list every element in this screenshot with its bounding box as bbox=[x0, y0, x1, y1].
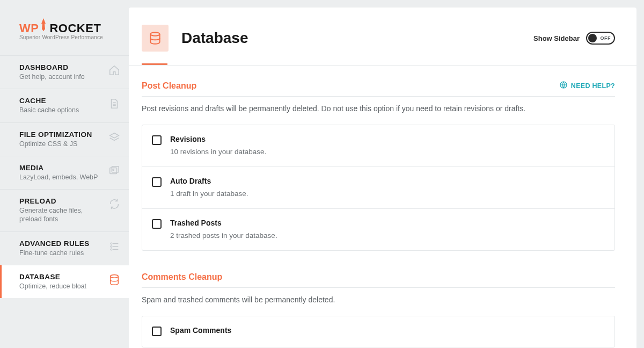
section-divider bbox=[142, 287, 615, 288]
option-sub: 1 draft in your database. bbox=[170, 190, 605, 198]
svg-point-6 bbox=[111, 275, 119, 278]
show-sidebar-label: Show Sidebar bbox=[533, 34, 580, 42]
nav: DASHBOARD Get help, account info CACHE B… bbox=[0, 55, 129, 298]
sidebar-item-title: DATABASE bbox=[19, 273, 104, 281]
svg-point-4 bbox=[111, 245, 112, 247]
sidebar-item-media[interactable]: MEDIA LazyLoad, embeds, WebP bbox=[0, 156, 129, 189]
refresh-icon bbox=[108, 198, 120, 210]
sidebar-item-sub: Fine-tune cache rules bbox=[19, 249, 104, 257]
sidebar-item-title: CACHE bbox=[19, 97, 104, 105]
section-title: Post Cleanup bbox=[142, 81, 196, 91]
sidebar-item-title: PRELOAD bbox=[19, 197, 104, 205]
svg-point-2 bbox=[113, 169, 114, 171]
need-help-link[interactable]: NEED HELP? bbox=[559, 81, 615, 91]
page-header: Database Show Sidebar OFF bbox=[129, 8, 636, 63]
spam-comments-checkbox[interactable] bbox=[152, 327, 162, 336]
toggle-knob bbox=[588, 34, 597, 42]
show-sidebar-toggle[interactable]: OFF bbox=[586, 32, 615, 45]
sidebar-item-sub: LazyLoad, embeds, WebP bbox=[19, 173, 104, 182]
sidebar-item-title: FILE OPTIMIZATION bbox=[19, 130, 104, 139]
section-comments-cleanup: Comments Cleanup Spam and trashed commen… bbox=[142, 272, 615, 347]
sidebar-item-sub: Optimize, reduce bloat bbox=[19, 282, 104, 291]
section-desc: Spam and trashed comments will be perman… bbox=[142, 295, 615, 304]
svg-point-5 bbox=[111, 249, 112, 250]
option-trashed-posts: Trashed Posts 2 trashed posts in your da… bbox=[142, 208, 614, 250]
auto-drafts-checkbox[interactable] bbox=[152, 177, 162, 187]
svg-point-3 bbox=[111, 243, 112, 244]
sidebar: WP ROCKET Superior WordPress Performance… bbox=[0, 0, 129, 348]
sidebar-item-title: ADVANCED RULES bbox=[19, 240, 104, 248]
option-title: Spam Comments bbox=[170, 326, 605, 335]
file-icon bbox=[108, 98, 120, 110]
option-auto-drafts: Auto Drafts 1 draft in your database. bbox=[142, 166, 614, 208]
option-revisions: Revisions 10 revisions in your database. bbox=[142, 125, 614, 166]
images-icon bbox=[108, 165, 120, 177]
option-title: Revisions bbox=[170, 135, 605, 143]
database-icon bbox=[108, 274, 120, 286]
option-title: Trashed Posts bbox=[170, 219, 605, 227]
sidebar-item-sub: Basic cache options bbox=[19, 106, 104, 114]
layers-icon bbox=[108, 132, 120, 143]
sidebar-item-sub: Get help, account info bbox=[19, 73, 104, 81]
home-icon bbox=[108, 64, 120, 76]
brand-wp: WP bbox=[19, 21, 39, 35]
comments-cleanup-options: Spam Comments bbox=[142, 316, 615, 347]
sidebar-item-sub: Generate cache files, preload fonts bbox=[19, 206, 104, 224]
page-title: Database bbox=[181, 30, 248, 47]
sidebar-item-advanced-rules[interactable]: ADVANCED RULES Fine-tune cache rules bbox=[0, 231, 129, 265]
rocket-icon bbox=[40, 18, 47, 32]
option-spam-comments: Spam Comments bbox=[142, 316, 614, 347]
trashed-posts-checkbox[interactable] bbox=[152, 219, 162, 229]
post-cleanup-options: Revisions 10 revisions in your database.… bbox=[142, 125, 615, 251]
need-help-label: NEED HELP? bbox=[571, 82, 615, 90]
section-divider bbox=[142, 96, 615, 97]
sidebar-item-sub: Optimize CSS & JS bbox=[19, 140, 104, 148]
sidebar-item-file-optimization[interactable]: FILE OPTIMIZATION Optimize CSS & JS bbox=[0, 122, 129, 156]
sidebar-item-dashboard[interactable]: DASHBOARD Get help, account info bbox=[0, 55, 129, 89]
content-scroll: Post Cleanup NEED HELP? Post revisions a… bbox=[129, 66, 636, 348]
revisions-checkbox[interactable] bbox=[152, 135, 162, 145]
sliders-icon bbox=[108, 241, 120, 252]
database-header-icon bbox=[142, 25, 169, 52]
main-panel: Database Show Sidebar OFF Post Cleanup bbox=[129, 8, 636, 348]
section-title: Comments Cleanup bbox=[142, 272, 222, 282]
brand-tagline: Superior WordPress Performance bbox=[19, 34, 118, 40]
svg-point-7 bbox=[150, 32, 159, 35]
section-desc: Post revisions and drafts will be perman… bbox=[142, 104, 615, 113]
option-title: Auto Drafts bbox=[170, 177, 605, 185]
option-sub: 10 revisions in your database. bbox=[170, 148, 605, 156]
brand-logo: WP ROCKET Superior WordPress Performance bbox=[0, 5, 129, 55]
sidebar-item-title: DASHBOARD bbox=[19, 63, 104, 71]
sidebar-item-cache[interactable]: CACHE Basic cache options bbox=[0, 89, 129, 122]
sidebar-item-preload[interactable]: PRELOAD Generate cache files, preload fo… bbox=[0, 189, 129, 231]
help-icon bbox=[559, 81, 568, 91]
option-sub: 2 trashed posts in your database. bbox=[170, 231, 605, 240]
brand-rocket: ROCKET bbox=[49, 21, 101, 35]
section-post-cleanup: Post Cleanup NEED HELP? Post revisions a… bbox=[142, 81, 615, 251]
toggle-state-text: OFF bbox=[601, 35, 611, 41]
sidebar-item-database[interactable]: DATABASE Optimize, reduce bloat bbox=[0, 265, 129, 298]
sidebar-item-title: MEDIA bbox=[19, 164, 104, 172]
